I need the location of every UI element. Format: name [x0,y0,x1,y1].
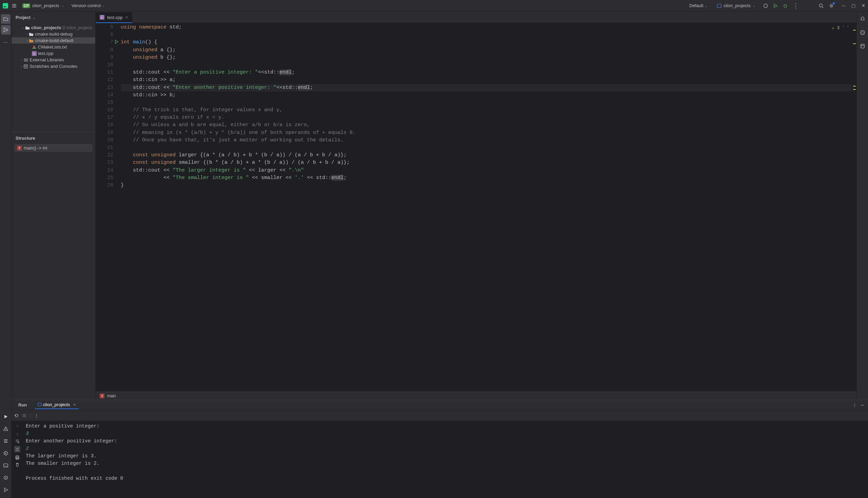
titlebar: CP clion_projects ⌄ Version control ⌄ De… [0,0,868,12]
target-icon [717,3,722,8]
tree-file[interactable]: c test.cpp [12,50,95,57]
svg-rect-7 [4,30,5,32]
cpp-file-icon: c [100,15,104,19]
stop-icon[interactable] [22,414,26,418]
tree-folder[interactable]: › cmake-build-debug [12,31,95,37]
settings-icon[interactable] [829,3,834,9]
marker-strip[interactable] [852,23,856,392]
run-config-tab[interactable]: clion_projects × [35,401,78,409]
terminal-tool-icon[interactable] [1,461,11,470]
run-tab-label[interactable]: Run [16,401,29,409]
project-selector[interactable]: CP clion_projects ⌄ [20,2,66,9]
svg-point-12 [4,490,5,492]
right-tool-strip [856,12,868,400]
debug-icon[interactable] [782,3,788,9]
more-tools-icon[interactable]: ⋯ [1,37,11,47]
notifications-icon[interactable] [858,14,867,24]
minimize-icon[interactable]: ─ [842,3,845,8]
scroll-down-icon[interactable]: ↓ [16,431,19,436]
soft-wrap-icon[interactable] [15,439,20,443]
delete-icon[interactable] [15,462,20,467]
svg-rect-22 [23,414,26,417]
function-icon: f [17,146,22,150]
breadcrumb-bar[interactable]: f main [96,392,856,400]
hide-panel-icon[interactable]: ─ [861,402,864,407]
run-panel: Run clion_projects × ⋮ ─ | ⋮ ↑ [12,400,868,498]
code-editor[interactable]: ⚠ 3 ˄ ˅ 56789101112131415161718192021222… [96,23,856,392]
chevron-up-icon[interactable]: ˄ [842,24,844,32]
scroll-up-icon[interactable]: ↑ [16,423,19,428]
svg-rect-1 [4,6,6,7]
editor-area: c test.cpp × ⚠ 3 ˄ ˅ 5678910111213141516… [96,12,856,400]
console-output[interactable]: Enter a positive integer: 3Enter another… [23,421,868,498]
project-sidebar: Project ⌄ ⌄ clion_projects D:\clion_proj… [12,12,96,400]
tree-external-libs[interactable]: › External Libraries [12,57,95,63]
tree-file[interactable]: CMakeLists.txt [12,44,95,50]
svg-rect-6 [4,28,5,29]
print-icon[interactable] [15,455,20,460]
folder-icon [29,32,34,37]
rerun-icon[interactable] [14,413,19,418]
main-menu-icon[interactable] [12,3,17,9]
svg-rect-8 [6,29,8,30]
chevron-down-icon: ⌄ [61,4,64,8]
project-header[interactable]: Project ⌄ [12,12,95,23]
svg-point-5 [830,5,832,6]
project-tool-icon[interactable] [1,14,11,24]
left-tool-strip: ⋯ [0,12,12,498]
svg-rect-0 [3,3,8,9]
vcs-tool-icon[interactable] [1,485,11,495]
structure-header[interactable]: Structure [12,132,95,143]
inspection-widget[interactable]: ⚠ 3 ˄ ˅ [832,24,849,32]
build-config-selector[interactable]: Default⌄ [687,2,709,10]
svg-rect-16 [24,65,27,68]
svg-rect-23 [16,456,19,457]
maximize-icon[interactable]: ▢ [851,3,855,8]
svg-text:c: c [101,16,103,19]
editor-tabs: c test.cpp × [96,12,856,23]
chevron-down-icon: ⌄ [753,4,755,8]
run-tool-icon[interactable] [1,412,11,421]
svg-point-4 [819,4,822,7]
close-tab-icon[interactable]: × [126,15,128,20]
more-icon[interactable]: ⋮ [793,2,799,10]
more-icon[interactable]: ⋮ [34,413,39,418]
svg-text:c: c [34,52,35,55]
chevron-down-icon: ⌄ [102,4,105,8]
database-icon[interactable] [858,41,867,51]
chevron-down-icon[interactable]: ˅ [847,24,849,32]
svg-point-20 [861,44,864,45]
structure-item[interactable]: f main() -> int [14,144,93,152]
function-icon: f [100,394,104,398]
scratches-icon [23,64,28,69]
svg-point-13 [6,489,8,490]
close-icon[interactable]: ✕ [862,3,865,8]
editor-gutter[interactable]: 567891011121314151617181920212223242526 [96,23,120,392]
folder-icon [25,25,30,30]
svg-rect-2 [717,4,721,8]
problems-tool-icon[interactable] [1,424,11,434]
scroll-to-end-icon[interactable] [14,446,20,452]
warning-icon: ⚠ [832,24,834,32]
tree-scratches[interactable]: › Scratches and Consoles [12,63,95,69]
todo-tool-icon[interactable] [1,436,11,446]
debug-tool-icon[interactable] [1,473,11,482]
cmake-file-icon [32,45,37,50]
structure-tool-icon[interactable] [1,25,11,35]
build-icon[interactable] [763,3,768,9]
svg-point-3 [784,5,787,8]
search-icon[interactable] [818,3,824,9]
tree-folder[interactable]: › cmake-build-default [12,37,95,44]
services-tool-icon[interactable] [1,448,11,458]
run-config-selector[interactable]: clion_projects ⌄ [714,2,758,9]
project-name: clion_projects [32,3,59,8]
editor-tab[interactable]: c test.cpp × [96,12,132,23]
run-icon[interactable] [773,3,778,8]
tree-root[interactable]: ⌄ clion_projects D:\clion_projects [12,24,95,31]
ai-assistant-icon[interactable] [858,28,867,37]
vcs-menu[interactable]: Version control ⌄ [69,2,107,10]
close-tab-icon[interactable]: × [73,402,76,407]
app-logo-icon [3,3,8,9]
project-badge: CP [22,3,30,8]
more-icon[interactable]: ⋮ [852,402,857,407]
